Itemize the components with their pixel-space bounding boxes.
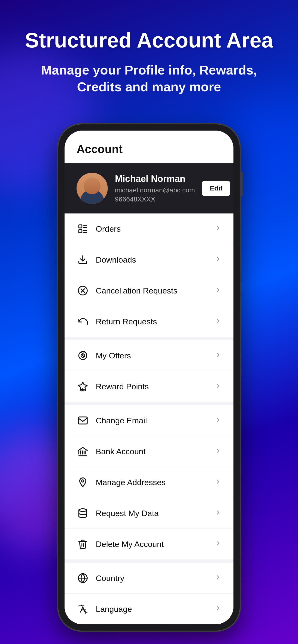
bank-chevron xyxy=(215,447,221,456)
svg-rect-0 xyxy=(79,225,82,228)
change-email-chevron xyxy=(215,416,221,425)
offers-icon xyxy=(77,349,89,362)
request-data-label: Request My Data xyxy=(96,509,212,518)
avatar xyxy=(77,173,108,204)
hero-section: Structured Account Area Manage your Prof… xyxy=(0,29,298,114)
cancellation-chevron xyxy=(215,286,221,295)
hero-subtitle: Manage your Profile info, Rewards, Credi… xyxy=(19,62,279,95)
profile-email: michael.norman@abc.com xyxy=(115,186,195,194)
menu-divider-3 xyxy=(65,560,233,563)
svg-rect-15 xyxy=(78,417,87,424)
downloads-chevron xyxy=(215,256,221,264)
downloads-label: Downloads xyxy=(96,255,212,264)
phone-mockup: Account Michael Norman michael.norman@ab… xyxy=(58,124,240,631)
menu-section-orders: Orders xyxy=(65,214,233,337)
account-header: Account xyxy=(65,130,233,163)
menu-item-country[interactable]: Country xyxy=(65,563,233,594)
reward-chevron xyxy=(215,382,221,391)
return-icon xyxy=(77,315,89,328)
request-data-icon xyxy=(77,507,89,520)
request-data-chevron xyxy=(215,509,221,518)
orders-icon xyxy=(77,222,89,235)
menu-item-addresses[interactable]: Manage Addresses xyxy=(65,467,233,498)
phone-frame: Account Michael Norman michael.norman@ab… xyxy=(58,124,240,631)
menu-item-reward[interactable]: Reward Points xyxy=(65,371,233,402)
profile-card: Michael Norman michael.norman@abc.com 96… xyxy=(65,163,233,214)
svg-point-23 xyxy=(79,509,87,512)
delete-account-label: Delete My Account xyxy=(96,540,212,549)
menu-divider-1 xyxy=(65,337,233,340)
addresses-label: Manage Addresses xyxy=(96,478,212,487)
delete-account-chevron xyxy=(215,540,221,548)
menu-item-return[interactable]: Return Requests xyxy=(65,306,233,337)
profile-name: Michael Norman xyxy=(115,174,195,184)
language-icon xyxy=(77,603,89,615)
change-email-label: Change Email xyxy=(96,416,212,425)
cancellation-label: Cancellation Requests xyxy=(96,286,212,296)
return-label: Return Requests xyxy=(96,317,212,326)
phone-screen: Account Michael Norman michael.norman@ab… xyxy=(65,130,233,624)
menu-item-delete-account[interactable]: Delete My Account xyxy=(65,529,233,560)
menu-item-bank[interactable]: Bank Account xyxy=(65,436,233,467)
menu-item-downloads[interactable]: Downloads xyxy=(65,244,233,275)
menu-item-cancellation[interactable]: Cancellation Requests xyxy=(65,275,233,306)
orders-label: Orders xyxy=(96,224,212,234)
menu-item-orders[interactable]: Orders xyxy=(65,214,233,244)
offers-label: My Offers xyxy=(96,351,212,360)
menu-item-offers[interactable]: My Offers xyxy=(65,340,233,371)
downloads-icon xyxy=(77,254,89,266)
profile-phone: 966648XXXX xyxy=(115,196,195,203)
bank-icon xyxy=(77,445,89,458)
reward-label: Reward Points xyxy=(96,382,212,391)
svg-rect-1 xyxy=(79,230,82,233)
language-label: Language xyxy=(96,604,212,614)
language-chevron xyxy=(215,605,221,613)
avatar-image xyxy=(77,173,108,204)
delete-account-icon xyxy=(77,538,89,550)
offers-chevron xyxy=(215,352,221,360)
svg-point-22 xyxy=(82,480,84,482)
change-email-icon xyxy=(77,414,89,427)
country-chevron xyxy=(215,574,221,582)
edit-profile-button[interactable]: Edit xyxy=(202,181,230,196)
menu-item-change-email[interactable]: Change Email xyxy=(65,405,233,436)
menu-section-offers: My Offers xyxy=(65,340,233,402)
addresses-icon xyxy=(77,476,89,488)
return-chevron xyxy=(215,318,221,326)
reward-icon xyxy=(77,380,89,393)
menu-item-language[interactable]: Language xyxy=(65,594,233,624)
country-label: Country xyxy=(96,574,212,583)
menu-item-request-data[interactable]: Request My Data xyxy=(65,498,233,529)
menu-section-settings: Country Language xyxy=(65,563,233,624)
hero-title: Structured Account Area xyxy=(19,29,279,52)
account-page-title: Account xyxy=(77,143,123,156)
country-icon xyxy=(77,572,89,584)
cancellation-icon xyxy=(77,284,89,297)
menu-divider-2 xyxy=(65,402,233,405)
menu-section-account: Change Email xyxy=(65,405,233,560)
profile-info: Michael Norman michael.norman@abc.com 96… xyxy=(115,174,195,203)
orders-chevron xyxy=(215,225,221,233)
bank-label: Bank Account xyxy=(96,447,212,456)
addresses-chevron xyxy=(215,478,221,486)
